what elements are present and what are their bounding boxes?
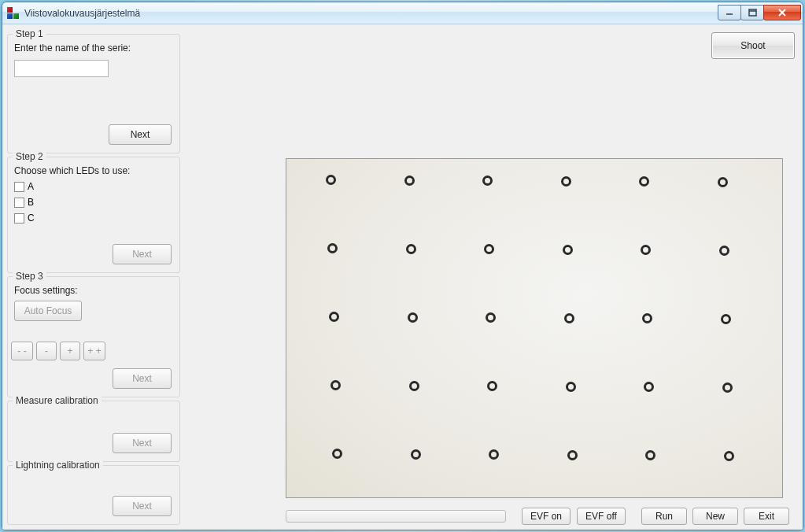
- step2-legend: Step 2: [13, 151, 46, 162]
- calibration-dot: [327, 243, 338, 253]
- led-a-checkbox[interactable]: [14, 182, 24, 192]
- titlebar[interactable]: Viistovalokuvausjärjestelmä: [2, 2, 803, 24]
- step1-group: Step 1 Enter the name of the serie: Next: [7, 34, 180, 153]
- step1-legend: Step 1: [13, 28, 46, 39]
- step1-prompt: Enter the name of the serie:: [14, 42, 131, 54]
- evf-on-button[interactable]: EVF on: [522, 508, 571, 525]
- preview-panel: [286, 158, 783, 498]
- close-button[interactable]: [763, 5, 801, 20]
- led-a-row: A: [14, 181, 34, 192]
- calibration-dot: [332, 449, 342, 459]
- progress-bar: [286, 510, 506, 523]
- lightning-next-button[interactable]: Next: [113, 496, 172, 516]
- step3-legend: Step 3: [13, 271, 46, 282]
- step2-next-button[interactable]: Next: [113, 244, 172, 264]
- new-button[interactable]: New: [692, 508, 738, 525]
- calibration-dot: [564, 313, 574, 323]
- calibration-dot: [563, 245, 573, 255]
- maximize-button[interactable]: [740, 5, 764, 20]
- step3-next-button[interactable]: Next: [113, 368, 172, 389]
- step3-prompt: Focus settings:: [14, 285, 78, 296]
- client-area: Step 1 Enter the name of the serie: Next…: [2, 24, 803, 530]
- calibration-dot: [326, 175, 336, 185]
- step1-next-button[interactable]: Next: [109, 124, 172, 145]
- calibration-dot: [411, 449, 421, 460]
- preview-image: [286, 159, 782, 497]
- calibration-dot: [719, 246, 729, 256]
- focus-minus2-button[interactable]: - -: [11, 342, 33, 360]
- led-b-row: B: [14, 197, 34, 208]
- minimize-button[interactable]: [718, 5, 741, 20]
- calibration-dot: [722, 382, 733, 393]
- calibration-dot: [566, 382, 576, 392]
- lightning-group: Lightning calibration Next: [7, 465, 180, 525]
- evf-off-button[interactable]: EVF off: [577, 508, 626, 525]
- led-b-label: B: [28, 197, 34, 208]
- led-a-label: A: [28, 181, 34, 192]
- focus-plus2-button[interactable]: + +: [83, 342, 105, 360]
- calibration-dot: [409, 381, 419, 391]
- svg-rect-1: [749, 9, 756, 16]
- app-icon: [7, 7, 20, 20]
- calibration-dot: [329, 312, 339, 322]
- measure-next-button[interactable]: Next: [113, 433, 172, 453]
- auto-focus-button[interactable]: Auto Focus: [14, 301, 82, 321]
- window-controls: [718, 5, 803, 20]
- calibration-dot: [567, 450, 578, 460]
- shoot-button[interactable]: Shoot: [711, 32, 795, 59]
- calibration-dot: [561, 176, 571, 187]
- calibration-dot: [721, 314, 731, 324]
- calibration-dot: [404, 175, 415, 186]
- calibration-dot: [330, 380, 341, 390]
- calibration-dot: [718, 177, 728, 187]
- led-b-checkbox[interactable]: [14, 198, 24, 208]
- measure-legend: Measure calibration: [13, 395, 102, 406]
- exit-button[interactable]: Exit: [744, 508, 789, 525]
- step3-group: Step 3 Focus settings: Auto Focus - - - …: [7, 276, 180, 397]
- led-c-label: C: [28, 212, 35, 224]
- measure-group: Measure calibration Next: [7, 401, 180, 462]
- app-window: Viistovalokuvausjärjestelmä Step 1 Enter…: [2, 2, 803, 530]
- focus-minus1-button[interactable]: -: [36, 342, 57, 360]
- led-c-row: C: [14, 212, 35, 224]
- focus-plus1-button[interactable]: +: [60, 342, 80, 360]
- calibration-dot: [724, 451, 734, 461]
- window-title: Viistovalokuvausjärjestelmä: [24, 8, 140, 19]
- focus-steppers: - - - + + +: [11, 342, 105, 360]
- step2-prompt: Choose which LEDs to use:: [14, 165, 130, 176]
- run-button[interactable]: Run: [641, 508, 687, 525]
- led-c-checkbox[interactable]: [14, 213, 24, 224]
- step2-group: Step 2 Choose which LEDs to use: A B C N…: [7, 157, 180, 273]
- lightning-legend: Lightning calibration: [13, 460, 103, 471]
- calibration-dot: [406, 244, 416, 254]
- calibration-dot: [408, 312, 418, 323]
- serie-name-input[interactable]: [14, 60, 109, 77]
